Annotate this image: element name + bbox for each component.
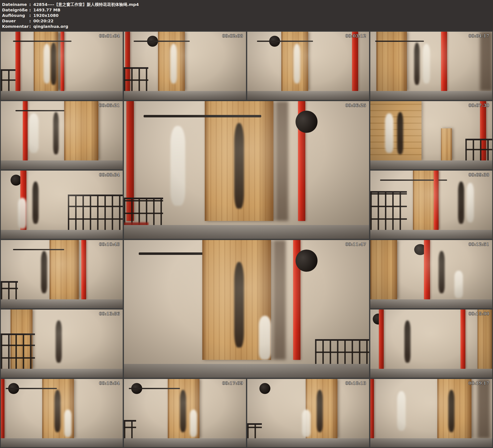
timestamp-label: 00:12:51: [469, 242, 489, 247]
scene-figure-silhouette: [397, 112, 403, 154]
scene-cage-frame: [465, 139, 492, 163]
scene-barbell-disc: [11, 175, 22, 186]
file-meta-row-comment: Kommentar:qinglanhua.org: [2, 24, 493, 29]
scene-floor: [1, 230, 123, 239]
scene-figure-silhouette-light: [29, 113, 39, 153]
timestamp-label: 00:08:34: [99, 172, 120, 177]
timestamp-label: 00:03:12: [345, 34, 366, 38]
scene-figure-silhouette: [414, 43, 420, 85]
scene-figure-silhouette: [53, 112, 59, 154]
scene-figure-silhouette-light: [190, 410, 197, 437]
contact-sheet-grid: 00:01:0400:02:0800:03:1200:04:1700:05:21…: [0, 31, 493, 448]
scene-figure-silhouette: [55, 390, 61, 432]
timestamp-label: 00:11:47: [345, 242, 366, 247]
video-thumbnail: 00:09:38: [370, 171, 492, 239]
timestamp-label: 00:02:08: [222, 34, 243, 38]
file-meta-row-filesize: Dateigröße:1493.77 MB: [2, 7, 493, 13]
video-thumbnail: 00:15:00: [370, 310, 492, 378]
scene-shadow: [276, 101, 288, 221]
scene-wood-panel: [441, 128, 452, 160]
meta-separator: :: [29, 18, 31, 24]
timestamp-label: 00:16:04: [99, 381, 120, 386]
video-thumbnail: 00:01:04: [1, 32, 123, 100]
scene-wood-slats: [370, 101, 422, 160]
scene-red-pillar: [441, 32, 447, 91]
scene-figure-silhouette-light: [385, 113, 393, 153]
timestamp-label: 00:01:04: [99, 34, 120, 38]
scene-red-pillar: [379, 310, 384, 369]
scene-floor: [124, 91, 246, 100]
meta-separator: :: [29, 2, 31, 7]
timestamp-label: 00:19:17: [469, 381, 489, 386]
scene-barbell-disc: [296, 250, 318, 271]
timestamp-label: 00:09:38: [469, 172, 489, 177]
video-thumbnail: 00:04:17: [370, 32, 492, 100]
video-thumbnail: 00:12:51: [370, 240, 492, 308]
scene-shadow: [478, 379, 490, 438]
scene-barbell-bar: [134, 41, 190, 42]
scene-floor: [370, 438, 492, 447]
page: { "header": { "separator": ":", "rows": …: [0, 0, 493, 448]
scene-floor: [1, 438, 123, 447]
timestamp-label: 00:18:13: [345, 381, 366, 386]
scene-figure-silhouette-light: [44, 44, 50, 83]
meta-label: Auflösung: [2, 13, 29, 18]
timestamp-label: 00:10:43: [99, 242, 120, 247]
scene-figure-silhouette: [180, 390, 186, 432]
scene-figure-silhouette-light: [467, 183, 474, 222]
timestamp-label: 00:13:56: [99, 311, 120, 316]
scene-shadow: [480, 32, 492, 91]
scene-floor: [370, 160, 492, 169]
video-thumbnail: 00:07:30: [370, 101, 492, 169]
scene-floor: [1, 299, 123, 308]
scene-figure-silhouette: [317, 390, 323, 432]
scene-figure-silhouette: [56, 320, 62, 363]
scene-wood-panel: [64, 101, 98, 160]
meta-separator: :: [29, 24, 31, 29]
scene-red-pillar: [370, 379, 374, 438]
scene-barbell-bar: [13, 249, 64, 250]
scene-floor: [124, 225, 369, 239]
scene-barbell-bar: [129, 388, 180, 389]
timestamp-label: 00:05:21: [99, 103, 120, 108]
scene-floor: [247, 438, 369, 447]
scene-barbell-bar: [15, 110, 67, 111]
timestamp-label: 00:04:17: [469, 34, 489, 38]
scene-cage-frame: [1, 69, 15, 93]
scene-floor: [370, 369, 492, 378]
scene-cage-frame: [247, 423, 262, 440]
meta-value-filesize: 1493.77 MB: [33, 7, 60, 13]
scene-red-pillar: [1, 379, 4, 438]
video-thumbnail: 00:02:08: [124, 32, 246, 100]
scene-barbell-bar: [13, 41, 71, 42]
timestamp-label: 00:17:09: [222, 381, 243, 386]
video-thumbnail: 00:06:25: [124, 101, 369, 239]
scene-figure-silhouette-light: [454, 271, 463, 298]
scene-floor: [370, 91, 492, 100]
scene-wood-panel: [437, 379, 471, 438]
meta-value-comment: qinglanhua.org: [33, 24, 68, 29]
meta-value-duration: 00:20:22: [33, 18, 54, 24]
timestamp-label: 00:15:00: [469, 311, 489, 316]
scene-figure-silhouette-light: [170, 126, 185, 206]
scene-cage-frame: [315, 339, 369, 366]
scene-barbell-disc: [259, 383, 270, 394]
video-thumbnail: 00:13:56: [1, 310, 123, 378]
scene-figure-silhouette-light: [302, 410, 311, 437]
meta-separator: :: [29, 13, 31, 18]
meta-value-resolution: 1920x1080: [33, 13, 58, 18]
video-thumbnail: 00:05:21: [1, 101, 123, 169]
scene-floor: [1, 369, 123, 378]
scene-red-pillar: [352, 32, 358, 91]
meta-separator: :: [29, 7, 31, 13]
meta-value-filename: 42854----【意之窗工作室】新人模特花花初体验绳.mp4: [33, 2, 139, 7]
timestamp-label: 00:06:25: [345, 103, 366, 108]
file-meta-row-filename: Dateiname:42854----【意之窗工作室】新人模特花花初体验绳.mp…: [2, 2, 493, 7]
scene-floor: [124, 364, 369, 378]
scene-figure-silhouette: [458, 181, 464, 224]
scene-cage-frame: [124, 67, 148, 93]
meta-label: Dateigröße: [2, 7, 29, 13]
video-thumbnail: 00:08:34: [1, 171, 123, 239]
file-meta-row-resolution: Auflösung:1920x1080: [2, 13, 493, 18]
video-thumbnail: 00:10:43: [1, 240, 123, 308]
